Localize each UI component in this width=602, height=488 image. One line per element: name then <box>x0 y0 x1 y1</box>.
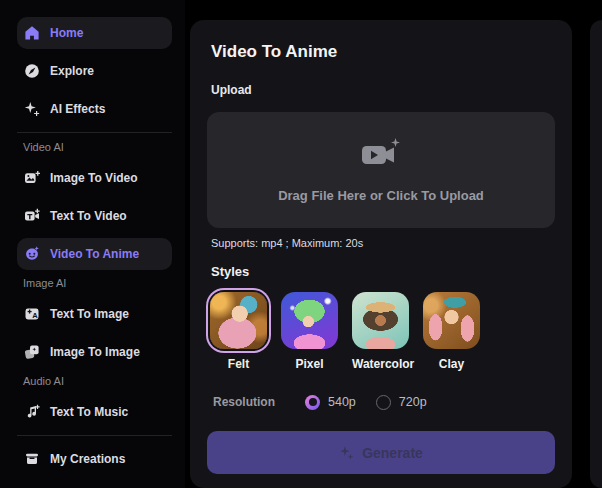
style-thumbnail-watercolor <box>352 292 409 349</box>
sidebar-item-text-to-music[interactable]: Text To Music <box>17 396 172 428</box>
dropzone-text: Drag File Here or Click To Upload <box>278 188 484 203</box>
style-option-label: Felt <box>210 358 267 370</box>
sidebar-item-my-creations[interactable]: My Creations <box>17 443 172 475</box>
style-options: Felt Pixel Watercolor Clay <box>210 292 555 370</box>
preview-panel-edge <box>590 20 602 488</box>
style-thumbnail-clay <box>423 292 480 349</box>
section-label-audio-ai: Audio AI <box>23 374 185 388</box>
compass-icon <box>23 63 40 80</box>
sidebar-item-text-to-image[interactable]: A Text To Image <box>17 298 172 330</box>
generate-button[interactable]: Generate <box>207 431 555 474</box>
sidebar-item-video-to-anime[interactable]: Video To Anime <box>17 238 172 270</box>
sidebar-item-text-to-video[interactable]: Text To Video <box>17 200 172 232</box>
sidebar-item-label: Text To Video <box>50 209 127 223</box>
sidebar-divider <box>17 435 172 436</box>
video-add-icon <box>358 137 404 175</box>
radio-540p-label: 540p <box>328 395 356 409</box>
page-title: Video To Anime <box>211 42 555 62</box>
style-thumbnail-pixel <box>281 292 338 349</box>
style-option-watercolor[interactable]: Watercolor <box>352 292 409 370</box>
sidebar-item-image-to-image[interactable]: Image To Image <box>17 336 172 368</box>
style-thumbnail-felt <box>210 292 267 349</box>
style-option-label: Watercolor <box>352 358 409 370</box>
anime-face-icon <box>23 246 40 263</box>
resolution-row: Resolution 540p 720p <box>213 394 555 410</box>
sidebar-item-explore[interactable]: Explore <box>17 55 172 87</box>
sidebar: Home Explore AI Effects Video AI Image T… <box>0 0 185 488</box>
sparkles-icon <box>23 101 40 118</box>
generate-button-label: Generate <box>362 445 423 461</box>
style-option-label: Pixel <box>281 358 338 370</box>
image-to-image-icon <box>23 344 40 361</box>
sidebar-item-ai-effects[interactable]: AI Effects <box>17 93 172 125</box>
sidebar-item-home[interactable]: Home <box>17 17 172 49</box>
sidebar-item-label: Video To Anime <box>50 247 139 261</box>
video-to-anime-panel: Video To Anime Upload Drag File Here or … <box>190 20 572 488</box>
radio-720p-label: 720p <box>399 395 427 409</box>
sidebar-item-label: Explore <box>50 64 94 78</box>
resolution-label: Resolution <box>213 395 275 409</box>
text-to-music-icon <box>23 404 40 421</box>
sidebar-item-label: Text To Image <box>50 307 129 321</box>
sidebar-divider <box>17 132 172 133</box>
upload-hint: Supports: mp4 ; Maximum: 20s <box>211 237 555 250</box>
home-icon <box>23 25 40 42</box>
styles-label: Styles <box>211 265 555 279</box>
sidebar-item-label: Image To Image <box>50 345 140 359</box>
style-option-label: Clay <box>423 358 480 370</box>
style-option-clay[interactable]: Clay <box>423 292 480 370</box>
section-label-image-ai: Image AI <box>23 276 185 290</box>
upload-dropzone[interactable]: Drag File Here or Click To Upload <box>207 112 555 228</box>
creations-box-icon <box>23 451 40 468</box>
sidebar-item-label: AI Effects <box>50 102 105 116</box>
style-option-pixel[interactable]: Pixel <box>281 292 338 370</box>
style-option-felt[interactable]: Felt <box>210 292 267 370</box>
sidebar-item-label: Text To Music <box>50 405 128 419</box>
sidebar-item-label: My Creations <box>50 452 125 466</box>
radio-540p[interactable] <box>305 395 320 410</box>
image-to-video-icon <box>23 170 40 187</box>
radio-720p[interactable] <box>376 395 391 410</box>
text-to-image-icon: A <box>23 306 40 323</box>
sidebar-item-image-to-video[interactable]: Image To Video <box>17 162 172 194</box>
sidebar-item-label: Image To Video <box>50 171 138 185</box>
upload-label: Upload <box>211 83 555 97</box>
svg-text:A: A <box>32 311 38 320</box>
section-label-video-ai: Video AI <box>23 140 185 154</box>
sparkle-icon <box>339 445 354 460</box>
sidebar-item-label: Home <box>50 26 83 40</box>
text-to-video-icon <box>23 208 40 225</box>
